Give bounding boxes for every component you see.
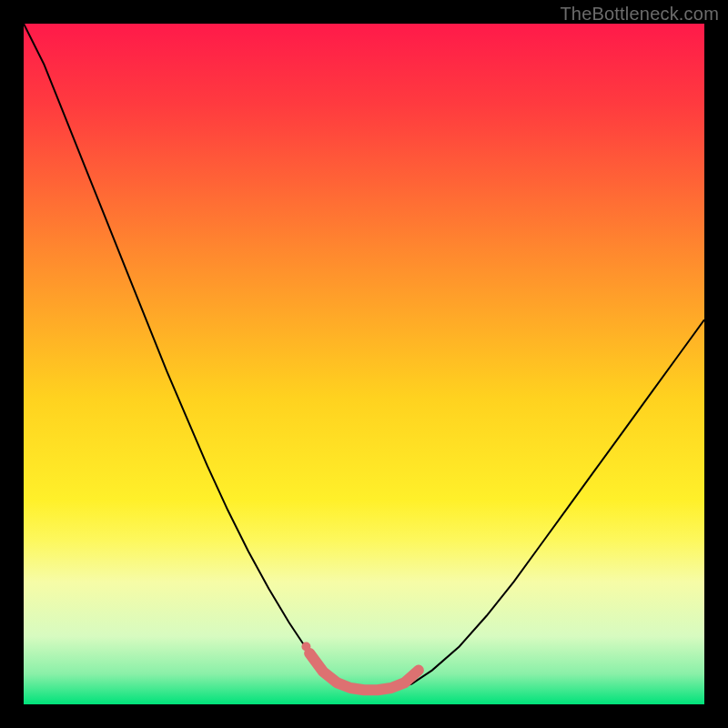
watermark-text: TheBottleneck.com xyxy=(560,4,719,25)
plot-area xyxy=(24,24,704,704)
point-optimal-zone-dot xyxy=(301,642,310,651)
gradient-background xyxy=(24,24,704,704)
chart-frame: TheBottleneck.com xyxy=(0,0,728,728)
chart-svg xyxy=(24,24,704,704)
